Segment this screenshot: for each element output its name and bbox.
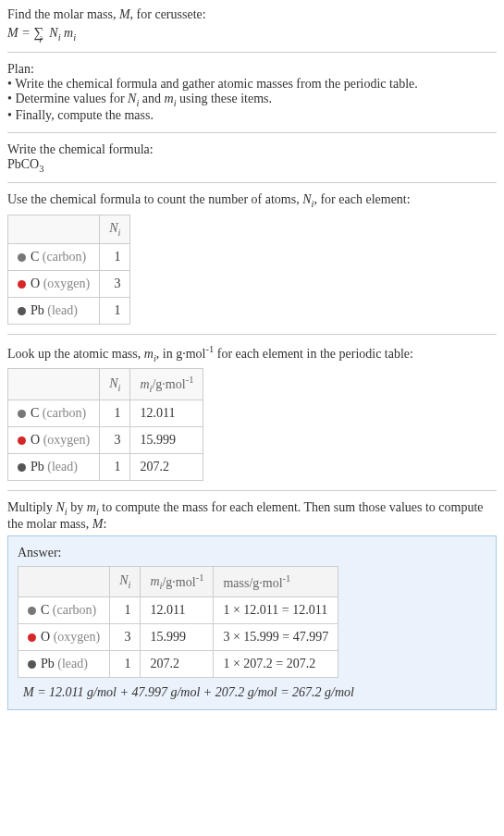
ni-cell: 3 xyxy=(110,624,141,651)
col-ni: Ni xyxy=(100,215,130,244)
mi-cell: 207.2 xyxy=(130,453,203,480)
element-symbol: O xyxy=(31,433,40,447)
count-section: Use the chemical formula to count the nu… xyxy=(7,192,497,325)
chem-formula-title: Write the chemical formula: xyxy=(7,142,497,157)
element-symbol: C xyxy=(31,406,39,420)
molar-mass-formula: M = ∑i Ni mi xyxy=(7,24,497,43)
table-row: Pb (lead) 1 xyxy=(8,297,130,324)
ni-cell: 1 xyxy=(100,453,130,480)
element-name: (oxygen) xyxy=(54,630,101,644)
element-name: (oxygen) xyxy=(43,277,91,290)
table-row: Pb (lead) 1 207.2 1 × 207.2 = 207.2 xyxy=(18,651,338,678)
table-row: C (carbon) 1 xyxy=(8,243,130,270)
element-cell: C (carbon) xyxy=(18,597,110,624)
count-title: Use the chemical formula to count the nu… xyxy=(7,192,497,209)
dot-icon xyxy=(18,280,26,289)
table-header-row: Ni mi/g·mol-1 mass/g·mol-1 xyxy=(18,566,338,596)
mass-cell: 1 × 207.2 = 207.2 xyxy=(214,651,338,678)
col-mass: mass/g·mol-1 xyxy=(214,566,338,596)
col-ni: Ni xyxy=(100,369,130,400)
col-mi: mi/g·mol-1 xyxy=(141,566,214,596)
col-element xyxy=(8,215,100,244)
mass-cell: 1 × 12.011 = 12.011 xyxy=(214,597,338,624)
col-ni: Ni xyxy=(110,566,141,596)
count-table: Ni C (carbon) 1 O (oxygen) 3 Pb (lead) 1 xyxy=(7,215,130,325)
element-name: (oxygen) xyxy=(43,433,91,447)
plan-title: Plan: xyxy=(7,62,497,77)
chem-formula-section: Write the chemical formula: PbCO3 xyxy=(7,142,497,174)
plan-section: Plan: • Write the chemical formula and g… xyxy=(7,62,497,123)
col-element xyxy=(18,566,110,596)
element-name: (lead) xyxy=(47,303,78,317)
element-cell: O (oxygen) xyxy=(18,624,110,651)
answer-box: Answer: Ni mi/g·mol-1 mass/g·mol-1 C (ca… xyxy=(7,535,497,710)
element-name: (carbon) xyxy=(43,406,86,420)
dot-icon xyxy=(18,410,26,418)
dot-icon xyxy=(18,307,26,315)
table-row: O (oxygen) 3 15.999 3 × 15.999 = 47.997 xyxy=(18,624,338,651)
col-mi: mi/g·mol-1 xyxy=(130,369,203,400)
final-equation: M = 12.011 g/mol + 47.997 g/mol + 207.2 … xyxy=(18,685,486,700)
element-cell: Pb (lead) xyxy=(18,651,110,678)
table-row: C (carbon) 1 12.011 xyxy=(8,400,203,426)
col-element xyxy=(8,369,100,400)
table-row: Pb (lead) 1 207.2 xyxy=(8,453,203,480)
mass-title: Look up the atomic mass, mi, in g·mol-1 … xyxy=(7,344,497,363)
element-cell: Pb (lead) xyxy=(8,297,100,324)
ni-cell: 3 xyxy=(100,426,130,453)
chem-formula-value: PbCO3 xyxy=(7,157,497,174)
element-cell: C (carbon) xyxy=(8,400,100,426)
mass-cell: 3 × 15.999 = 47.997 xyxy=(214,624,338,651)
dot-icon xyxy=(28,660,36,669)
element-cell: O (oxygen) xyxy=(8,270,100,297)
dot-icon xyxy=(18,253,26,262)
divider xyxy=(7,132,497,133)
table-row: O (oxygen) 3 15.999 xyxy=(8,426,203,453)
mi-cell: 207.2 xyxy=(141,651,214,678)
table-header-row: Ni mi/g·mol-1 xyxy=(8,369,203,400)
ni-cell: 1 xyxy=(100,400,130,426)
element-symbol: Pb xyxy=(31,303,44,317)
divider xyxy=(7,334,497,335)
mass-table: Ni mi/g·mol-1 C (carbon) 1 12.011 O (oxy… xyxy=(7,368,203,480)
table-row: O (oxygen) 3 xyxy=(8,270,130,297)
dot-icon xyxy=(28,633,36,642)
multiply-text: Multiply Ni by mi to compute the mass fo… xyxy=(7,500,497,532)
element-symbol: Pb xyxy=(41,657,55,670)
ni-cell: 1 xyxy=(110,597,141,624)
dot-icon xyxy=(18,463,26,472)
element-cell: C (carbon) xyxy=(8,243,100,270)
element-symbol: Pb xyxy=(31,460,44,473)
element-symbol: C xyxy=(41,603,49,617)
answer-label: Answer: xyxy=(18,546,486,560)
mi-cell: 12.011 xyxy=(141,597,214,624)
plan-item-2: • Determine values for Ni and mi using t… xyxy=(7,92,497,108)
mi-cell: 15.999 xyxy=(130,426,203,453)
ni-cell: 1 xyxy=(100,243,130,270)
element-symbol: O xyxy=(31,277,40,290)
element-name: (lead) xyxy=(47,460,78,473)
divider xyxy=(7,490,497,491)
multiply-section: Multiply Ni by mi to compute the mass fo… xyxy=(7,500,497,532)
element-symbol: O xyxy=(41,630,50,644)
element-name: (carbon) xyxy=(43,250,86,264)
element-cell: O (oxygen) xyxy=(8,426,100,453)
table-header-row: Ni xyxy=(8,215,130,244)
mi-cell: 12.011 xyxy=(130,400,203,426)
plan-item-3: • Finally, compute the mass. xyxy=(7,108,497,123)
element-name: (lead) xyxy=(57,657,88,670)
element-cell: Pb (lead) xyxy=(8,453,100,480)
divider xyxy=(7,52,497,53)
element-name: (carbon) xyxy=(53,603,96,617)
dot-icon xyxy=(28,607,36,615)
divider xyxy=(7,182,497,183)
mass-section: Look up the atomic mass, mi, in g·mol-1 … xyxy=(7,344,497,481)
mi-cell: 15.999 xyxy=(141,624,214,651)
intro: Find the molar mass, M, for cerussete: M… xyxy=(7,7,497,43)
element-symbol: C xyxy=(31,250,39,264)
ni-cell: 1 xyxy=(110,651,141,678)
table-row: C (carbon) 1 12.011 1 × 12.011 = 12.011 xyxy=(18,597,338,624)
answer-table: Ni mi/g·mol-1 mass/g·mol-1 C (carbon) 1 … xyxy=(18,566,338,678)
ni-cell: 1 xyxy=(100,297,130,324)
ni-cell: 3 xyxy=(100,270,130,297)
